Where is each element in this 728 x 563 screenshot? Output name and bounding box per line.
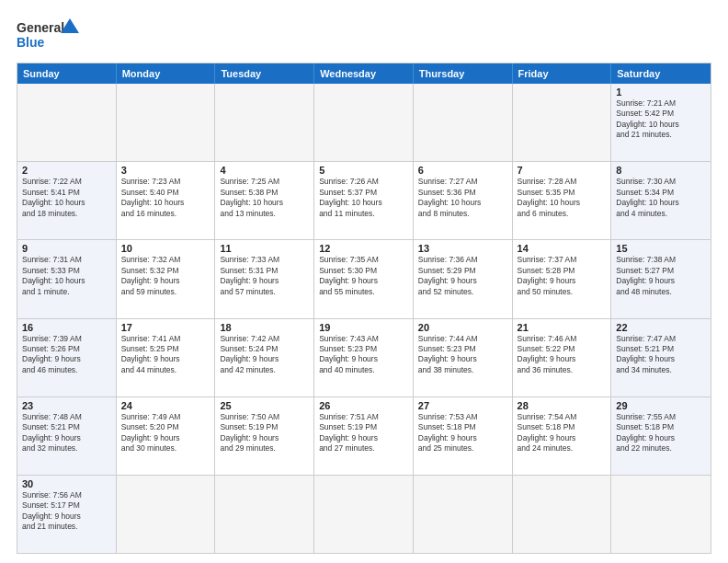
calendar-cell: 26Sunrise: 7:51 AM Sunset: 5:19 PM Dayli… <box>314 397 414 475</box>
day-info: Sunrise: 7:38 AM Sunset: 5:27 PM Dayligh… <box>616 255 706 297</box>
calendar-row-1: 2Sunrise: 7:22 AM Sunset: 5:41 PM Daylig… <box>17 162 711 240</box>
calendar-cell: 6Sunrise: 7:27 AM Sunset: 5:36 PM Daylig… <box>414 162 513 239</box>
calendar-cell <box>17 84 117 161</box>
day-number: 19 <box>319 322 408 333</box>
calendar-cell <box>314 476 414 553</box>
calendar-cell: 24Sunrise: 7:49 AM Sunset: 5:20 PM Dayli… <box>117 397 216 475</box>
calendar-cell <box>215 476 314 553</box>
day-number: 3 <box>121 165 210 176</box>
calendar-cell: 14Sunrise: 7:37 AM Sunset: 5:28 PM Dayli… <box>513 240 612 317</box>
day-info: Sunrise: 7:55 AM Sunset: 5:18 PM Dayligh… <box>616 412 706 454</box>
calendar-cell: 8Sunrise: 7:30 AM Sunset: 5:34 PM Daylig… <box>611 162 711 239</box>
day-info: Sunrise: 7:50 AM Sunset: 5:19 PM Dayligh… <box>220 412 309 454</box>
day-info: Sunrise: 7:33 AM Sunset: 5:31 PM Dayligh… <box>220 255 309 297</box>
day-info: Sunrise: 7:43 AM Sunset: 5:23 PM Dayligh… <box>319 334 408 376</box>
day-number: 6 <box>418 165 507 176</box>
calendar-cell <box>117 84 216 161</box>
day-number: 28 <box>518 400 607 411</box>
calendar-cell: 3Sunrise: 7:23 AM Sunset: 5:40 PM Daylig… <box>117 162 216 239</box>
day-info: Sunrise: 7:37 AM Sunset: 5:28 PM Dayligh… <box>518 255 607 297</box>
day-number: 1 <box>616 86 706 98</box>
day-number: 17 <box>121 322 210 333</box>
calendar-cell: 18Sunrise: 7:42 AM Sunset: 5:24 PM Dayli… <box>215 319 314 396</box>
logo-svg: General Blue <box>17 17 81 53</box>
header-day-tuesday: Tuesday <box>215 63 314 84</box>
day-info: Sunrise: 7:26 AM Sunset: 5:37 PM Dayligh… <box>319 177 408 219</box>
day-number: 13 <box>418 243 507 254</box>
day-info: Sunrise: 7:28 AM Sunset: 5:35 PM Dayligh… <box>518 177 607 219</box>
calendar-cell <box>215 84 314 161</box>
calendar-cell <box>611 476 711 553</box>
calendar-row-4: 23Sunrise: 7:48 AM Sunset: 5:21 PM Dayli… <box>17 397 711 476</box>
calendar-row-3: 16Sunrise: 7:39 AM Sunset: 5:26 PM Dayli… <box>17 319 711 397</box>
calendar-cell: 19Sunrise: 7:43 AM Sunset: 5:23 PM Dayli… <box>314 319 414 396</box>
day-info: Sunrise: 7:30 AM Sunset: 5:34 PM Dayligh… <box>616 177 706 219</box>
calendar-cell: 15Sunrise: 7:38 AM Sunset: 5:27 PM Dayli… <box>611 240 711 317</box>
calendar-cell <box>513 84 612 161</box>
calendar: SundayMondayTuesdayWednesdayThursdayFrid… <box>17 63 711 554</box>
logo: General Blue <box>17 17 81 53</box>
calendar-cell <box>414 84 513 161</box>
calendar-body: 1Sunrise: 7:21 AM Sunset: 5:42 PM Daylig… <box>17 84 711 553</box>
calendar-row-0: 1Sunrise: 7:21 AM Sunset: 5:42 PM Daylig… <box>17 84 711 162</box>
header-day-friday: Friday <box>513 63 612 84</box>
day-number: 4 <box>220 165 309 176</box>
calendar-cell: 29Sunrise: 7:55 AM Sunset: 5:18 PM Dayli… <box>611 397 711 475</box>
day-number: 26 <box>319 400 408 411</box>
svg-text:General: General <box>17 20 64 35</box>
day-info: Sunrise: 7:48 AM Sunset: 5:21 PM Dayligh… <box>22 412 111 454</box>
calendar-cell: 16Sunrise: 7:39 AM Sunset: 5:26 PM Dayli… <box>17 319 117 396</box>
day-number: 7 <box>518 165 607 176</box>
day-number: 9 <box>22 243 111 254</box>
day-info: Sunrise: 7:53 AM Sunset: 5:18 PM Dayligh… <box>418 412 507 454</box>
day-info: Sunrise: 7:23 AM Sunset: 5:40 PM Dayligh… <box>121 177 210 219</box>
calendar-cell: 11Sunrise: 7:33 AM Sunset: 5:31 PM Dayli… <box>215 240 314 317</box>
calendar-cell: 12Sunrise: 7:35 AM Sunset: 5:30 PM Dayli… <box>314 240 414 317</box>
header-day-wednesday: Wednesday <box>314 63 414 84</box>
day-info: Sunrise: 7:56 AM Sunset: 5:17 PM Dayligh… <box>22 490 111 533</box>
header-day-thursday: Thursday <box>414 63 513 84</box>
calendar-cell: 1Sunrise: 7:21 AM Sunset: 5:42 PM Daylig… <box>611 84 711 161</box>
day-number: 11 <box>220 243 309 254</box>
day-info: Sunrise: 7:27 AM Sunset: 5:36 PM Dayligh… <box>418 177 507 219</box>
day-number: 10 <box>121 243 210 254</box>
calendar-cell: 4Sunrise: 7:25 AM Sunset: 5:38 PM Daylig… <box>215 162 314 239</box>
calendar-cell: 13Sunrise: 7:36 AM Sunset: 5:29 PM Dayli… <box>414 240 513 317</box>
day-number: 30 <box>22 478 111 489</box>
header: General Blue <box>17 17 711 53</box>
day-info: Sunrise: 7:54 AM Sunset: 5:18 PM Dayligh… <box>518 412 607 454</box>
day-number: 20 <box>418 322 507 333</box>
calendar-cell: 28Sunrise: 7:54 AM Sunset: 5:18 PM Dayli… <box>513 397 612 475</box>
calendar-header: SundayMondayTuesdayWednesdayThursdayFrid… <box>17 63 711 84</box>
day-info: Sunrise: 7:46 AM Sunset: 5:22 PM Dayligh… <box>518 334 607 376</box>
calendar-cell: 17Sunrise: 7:41 AM Sunset: 5:25 PM Dayli… <box>117 319 216 396</box>
calendar-cell: 9Sunrise: 7:31 AM Sunset: 5:33 PM Daylig… <box>17 240 117 317</box>
day-info: Sunrise: 7:32 AM Sunset: 5:32 PM Dayligh… <box>121 255 210 297</box>
day-info: Sunrise: 7:22 AM Sunset: 5:41 PM Dayligh… <box>22 177 111 219</box>
calendar-cell: 5Sunrise: 7:26 AM Sunset: 5:37 PM Daylig… <box>314 162 414 239</box>
day-number: 8 <box>616 165 706 176</box>
day-number: 5 <box>319 165 408 176</box>
day-info: Sunrise: 7:25 AM Sunset: 5:38 PM Dayligh… <box>220 177 309 219</box>
day-number: 29 <box>616 400 706 411</box>
day-info: Sunrise: 7:51 AM Sunset: 5:19 PM Dayligh… <box>319 412 408 454</box>
day-info: Sunrise: 7:31 AM Sunset: 5:33 PM Dayligh… <box>22 255 111 297</box>
day-info: Sunrise: 7:41 AM Sunset: 5:25 PM Dayligh… <box>121 334 210 376</box>
day-number: 22 <box>616 322 706 333</box>
page: General Blue SundayMondayTuesdayWednesda… <box>0 0 728 563</box>
day-number: 27 <box>418 400 507 411</box>
day-number: 23 <box>22 400 111 411</box>
day-info: Sunrise: 7:39 AM Sunset: 5:26 PM Dayligh… <box>22 334 111 376</box>
day-number: 16 <box>22 322 111 333</box>
calendar-cell: 27Sunrise: 7:53 AM Sunset: 5:18 PM Dayli… <box>414 397 513 475</box>
header-day-monday: Monday <box>117 63 216 84</box>
calendar-cell: 23Sunrise: 7:48 AM Sunset: 5:21 PM Dayli… <box>17 397 117 475</box>
calendar-row-5: 30Sunrise: 7:56 AM Sunset: 5:17 PM Dayli… <box>17 476 711 553</box>
day-info: Sunrise: 7:44 AM Sunset: 5:23 PM Dayligh… <box>418 334 507 376</box>
calendar-cell: 10Sunrise: 7:32 AM Sunset: 5:32 PM Dayli… <box>117 240 216 317</box>
calendar-row-2: 9Sunrise: 7:31 AM Sunset: 5:33 PM Daylig… <box>17 240 711 318</box>
day-number: 15 <box>616 243 706 254</box>
calendar-cell <box>117 476 216 553</box>
day-number: 12 <box>319 243 408 254</box>
day-number: 14 <box>518 243 607 254</box>
